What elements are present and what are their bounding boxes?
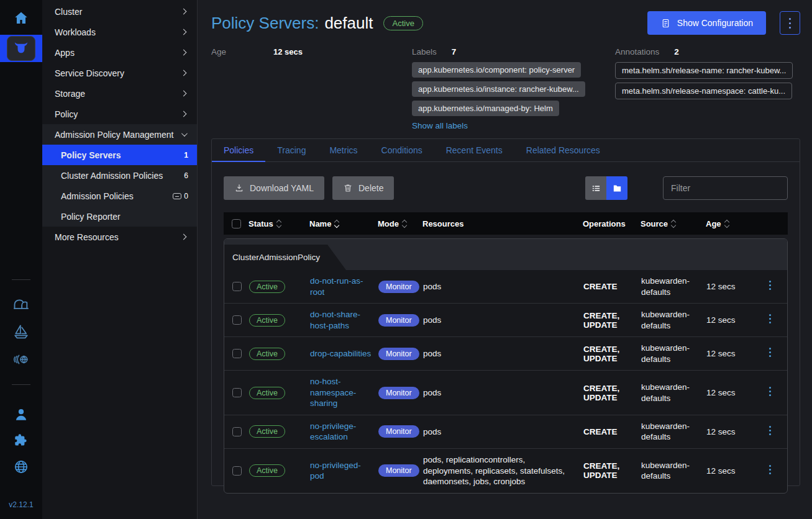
- tab[interactable]: Related Resources: [514, 139, 612, 162]
- kubewarden-app-button[interactable]: [0, 35, 42, 62]
- page-header: Policy Servers: default Active Show Conf…: [211, 11, 800, 35]
- row-checkbox[interactable]: [232, 388, 242, 397]
- policy-name-link[interactable]: no-privilege-escalation: [310, 421, 378, 443]
- sidebar-item-admission-policy-management[interactable]: Admission Policy Management: [42, 124, 197, 145]
- sidebar-item-cluster-admission-policies[interactable]: Cluster Admission Policies 6: [42, 165, 197, 186]
- fleet-cluster-icon[interactable]: [12, 351, 30, 368]
- operations-cell: CREATE, UPDATE: [583, 345, 641, 363]
- sidebar-item[interactable]: Policy: [42, 104, 197, 124]
- row-actions-button[interactable]: [753, 391, 787, 394]
- policy-name-link[interactable]: drop-capabilities: [310, 348, 378, 359]
- policy-name-link[interactable]: no-privileged-pod: [310, 460, 378, 482]
- header-actions-menu-button[interactable]: [780, 11, 800, 35]
- item-count: 0: [173, 192, 188, 201]
- policy-name-link[interactable]: do-not-run-as-root: [310, 276, 378, 297]
- annotations-label: Annotations: [615, 47, 659, 56]
- home-icon[interactable]: [13, 10, 29, 26]
- sort-icon: [277, 220, 281, 227]
- age-cell: 12 secs: [706, 315, 753, 326]
- annotation-pill: meta.helm.sh/release-name: rancher-kubew…: [615, 62, 793, 79]
- status-badge: Active: [249, 387, 285, 399]
- column-header-mode[interactable]: Mode: [378, 219, 422, 228]
- age-cell: 12 secs: [706, 387, 753, 399]
- table-row: Active no-host-namespace-sharing Monitor…: [224, 371, 787, 415]
- table-header-row: Status Name Mode Resources Operations So…: [224, 212, 788, 235]
- kebab-icon: [769, 426, 771, 428]
- column-header-source[interactable]: Source: [641, 219, 706, 228]
- item-count: 6: [184, 171, 188, 180]
- sidebar-item-policy-servers[interactable]: Policy Servers 1: [42, 145, 197, 165]
- sidebar-item-label: Workloads: [55, 27, 181, 37]
- mode-badge: Monitor: [378, 425, 419, 438]
- row-checkbox[interactable]: [232, 466, 242, 476]
- filter-input[interactable]: [663, 176, 788, 200]
- row-checkbox[interactable]: [232, 349, 242, 358]
- status-badge: Active: [249, 314, 285, 327]
- extensions-icon[interactable]: [13, 433, 29, 449]
- delete-button[interactable]: Delete: [332, 176, 394, 200]
- tab[interactable]: Tracing: [265, 139, 317, 162]
- sort-icon: [335, 220, 339, 227]
- rail-divider: [12, 279, 30, 280]
- show-configuration-label: Show Configuration: [677, 18, 753, 28]
- mode-badge: Monitor: [378, 464, 419, 477]
- rail-divider: [12, 384, 30, 385]
- label-pill: app.kubernetes.io/managed-by: Helm: [412, 101, 559, 116]
- age-value: 12 secs: [273, 47, 303, 56]
- tab[interactable]: Metrics: [317, 139, 369, 162]
- group-tab: ClusterAdmissionPolicy: [224, 245, 346, 270]
- row-checkbox[interactable]: [232, 427, 242, 436]
- labels-count: 7: [452, 47, 457, 56]
- tab[interactable]: Conditions: [370, 139, 434, 162]
- download-yaml-button[interactable]: Download YAML: [224, 176, 324, 200]
- tab[interactable]: Policies: [212, 139, 265, 162]
- age-label: Age: [211, 47, 273, 56]
- select-all-checkbox[interactable]: [232, 219, 241, 228]
- mode-badge: Monitor: [378, 348, 419, 360]
- sidebar-item-admission-policies[interactable]: Admission Policies 0: [42, 186, 197, 206]
- row-actions-button[interactable]: [753, 318, 787, 322]
- group-view-button[interactable]: [606, 176, 627, 200]
- sidebar-item-label: Storage: [55, 89, 181, 99]
- sidebar-item-more-resources[interactable]: More Resources: [42, 227, 197, 247]
- table-row: Active do-not-share-host-paths Monitor p…: [224, 304, 787, 337]
- row-actions-button[interactable]: [753, 352, 787, 355]
- source-cell: kubewarden-defaults: [641, 343, 706, 364]
- list-view-button[interactable]: [585, 176, 606, 200]
- column-header-name[interactable]: Name: [309, 219, 378, 228]
- show-all-labels-link[interactable]: Show all labels: [412, 121, 468, 130]
- row-actions-button[interactable]: [753, 285, 787, 288]
- sort-icon: [672, 220, 675, 227]
- mode-badge: Monitor: [378, 281, 419, 293]
- row-checkbox[interactable]: [232, 315, 242, 325]
- sidebar-item[interactable]: Workloads: [42, 22, 197, 42]
- show-configuration-button[interactable]: Show Configuration: [647, 11, 766, 35]
- admission-policy-management-group: Admission Policy Management Policy Serve…: [42, 124, 197, 227]
- resources-cell: pods: [423, 387, 583, 399]
- mode-badge: Monitor: [378, 387, 419, 399]
- group-header: ClusterAdmissionPolicy: [224, 239, 787, 270]
- column-header-status[interactable]: Status: [249, 219, 309, 228]
- sidebar-item[interactable]: Apps: [42, 42, 197, 63]
- user-icon[interactable]: [13, 407, 29, 423]
- policy-name-link[interactable]: do-not-share-host-paths: [310, 309, 378, 331]
- local-cluster-icon[interactable]: [12, 296, 30, 314]
- harbor-cluster-icon[interactable]: [12, 323, 30, 341]
- sidebar-item-policy-reporter[interactable]: Policy Reporter: [42, 206, 197, 227]
- policy-name-link[interactable]: no-host-namespace-sharing: [310, 376, 378, 409]
- row-checkbox[interactable]: [232, 282, 242, 291]
- globe-icon[interactable]: [13, 459, 29, 475]
- sidebar-item[interactable]: Cluster: [42, 1, 197, 22]
- sidebar-item-label: Cluster: [55, 7, 181, 17]
- column-header-operations[interactable]: Operations: [583, 219, 641, 228]
- row-actions-button[interactable]: [753, 469, 787, 472]
- sidebar-item[interactable]: Service Discovery: [42, 63, 197, 83]
- sidebar-item-label: Cluster Admission Policies: [61, 171, 184, 181]
- sidebar-item[interactable]: Storage: [42, 83, 197, 104]
- policies-table: Status Name Mode Resources Operations So…: [224, 212, 788, 494]
- row-actions-button[interactable]: [753, 430, 787, 433]
- resources-cell: pods: [423, 348, 583, 359]
- column-header-age[interactable]: Age: [706, 219, 752, 228]
- column-header-resources[interactable]: Resources: [422, 219, 583, 228]
- tab[interactable]: Recent Events: [434, 139, 514, 162]
